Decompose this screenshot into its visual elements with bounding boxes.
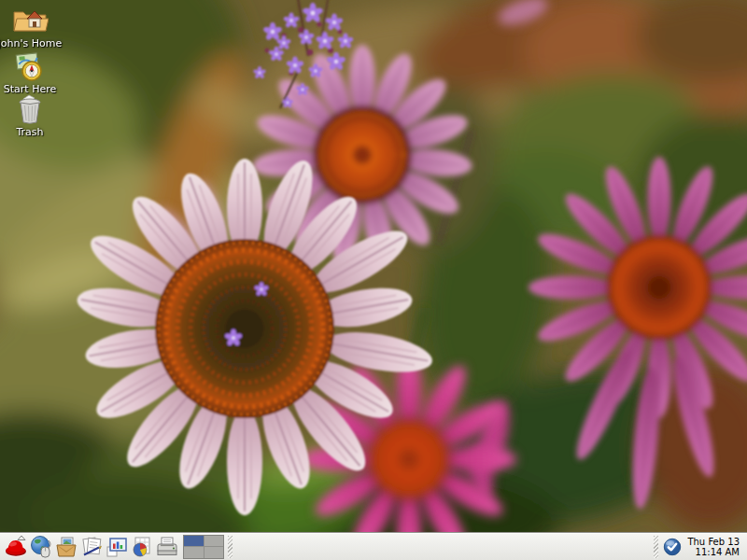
desktop-icon-label: Trash	[16, 126, 43, 138]
workspace-1[interactable]	[184, 536, 204, 547]
globe-mouse-icon	[29, 535, 53, 559]
desktop-icon-home[interactable]: john's Home	[0, 5, 69, 49]
workspace-2[interactable]	[204, 536, 224, 547]
clock-date: Thu Feb 13	[687, 537, 740, 547]
word-processor-button[interactable]	[78, 534, 104, 560]
start-here-compass-icon	[13, 50, 47, 82]
printer-icon	[155, 535, 179, 559]
desktop-icon-start-here[interactable]: Start Here	[0, 50, 69, 95]
documents-pen-icon	[79, 535, 104, 559]
bar-chart-slide-icon	[105, 535, 129, 559]
pie-chart-sheet-icon	[130, 535, 154, 559]
home-folder-icon	[11, 5, 49, 36]
workspace-switcher	[183, 535, 224, 559]
window-list-area	[234, 533, 652, 560]
update-notifier-button[interactable]	[660, 535, 684, 559]
clock[interactable]: Thu Feb 13 11:14 AM	[684, 537, 744, 557]
wallpaper-coneflower-photo	[0, 0, 747, 560]
presentation-button[interactable]	[104, 534, 129, 560]
bottom-panel: Thu Feb 13 11:14 AM	[0, 532, 747, 560]
web-browser-button[interactable]	[28, 534, 53, 560]
desktop: john's Home Start Here Trash	[0, 0, 747, 560]
update-check-icon	[662, 537, 683, 557]
panel-drag-handle[interactable]	[654, 536, 658, 558]
red-hat-icon	[4, 535, 28, 559]
print-manager-button[interactable]	[154, 534, 179, 560]
envelope-photo-icon	[54, 535, 78, 559]
panel-drag-handle[interactable]	[228, 536, 233, 558]
desktop-icon-trash[interactable]: Trash	[0, 93, 69, 138]
desktop-icon-label: john's Home	[0, 37, 62, 49]
workspace-3[interactable]	[184, 547, 204, 558]
workspace-4[interactable]	[204, 547, 224, 558]
main-menu-button[interactable]	[3, 534, 28, 560]
spreadsheet-button[interactable]	[129, 534, 154, 560]
clock-time: 11:14 AM	[687, 547, 740, 557]
email-button[interactable]	[53, 534, 78, 560]
trash-can-icon	[16, 93, 44, 125]
